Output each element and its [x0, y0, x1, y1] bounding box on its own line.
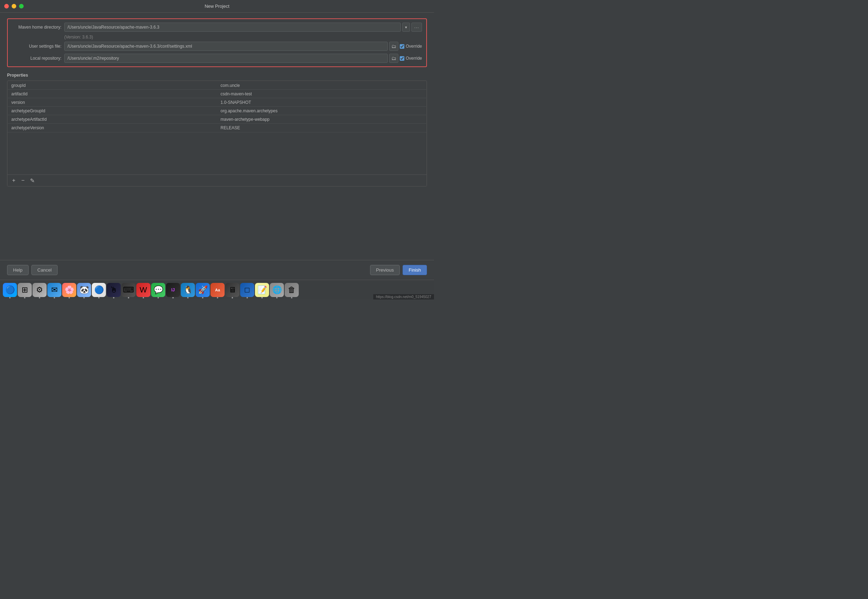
maven-home-label: Maven home directory: [12, 25, 62, 30]
bottom-bar: Help Cancel Previous Finish [0, 260, 434, 280]
properties-section: Properties groupId com.uncle artifactId … [7, 73, 427, 256]
user-settings-row: User settings file: 🗂 Override [12, 42, 422, 51]
table-row[interactable]: groupId com.uncle [8, 81, 427, 90]
minimize-button[interactable] [12, 4, 16, 9]
properties-table: groupId com.uncle artifactId csdn-maven-… [8, 81, 427, 132]
local-repo-override-label: Override [400, 56, 422, 61]
window-controls[interactable] [4, 4, 24, 9]
dock-browser[interactable]: 🌐 [270, 283, 284, 297]
dock-lark[interactable]: 🚀 [196, 283, 210, 297]
maven-home-input[interactable] [64, 23, 401, 32]
dock-terminal[interactable]: ⌨ [122, 283, 135, 297]
properties-empty-area [8, 132, 427, 175]
dock-mail[interactable]: ✉ [47, 283, 62, 297]
dock-app2[interactable]: 🖱 [107, 283, 121, 297]
bottom-left-buttons: Help Cancel [7, 265, 57, 275]
dock: 🔵 ⊞ ⚙ ✉ 🌸 🐼 🔵 🖱 ⌨ W 💬 IJ 🐧 🚀 Aa 🖥 □ 📝 🌐 … [0, 280, 434, 300]
prop-value: com.uncle [217, 81, 427, 90]
dock-vm[interactable]: □ [240, 283, 254, 297]
maximize-button[interactable] [19, 4, 24, 9]
dock-photos[interactable]: 🌸 [62, 283, 76, 297]
local-repo-label: Local repository: [12, 56, 62, 61]
prop-key: archetypeGroupId [8, 107, 217, 115]
table-row[interactable]: artifactId csdn-maven-test [8, 90, 427, 98]
maven-home-more-button[interactable]: ··· [411, 23, 422, 32]
maven-home-dropdown-button[interactable]: ▾ [402, 23, 410, 32]
dock-red-app[interactable]: W [136, 283, 150, 297]
properties-container: groupId com.uncle artifactId csdn-maven-… [7, 81, 427, 187]
table-row[interactable]: version 1.0-SNAPSHOT [8, 98, 427, 107]
dock-trash[interactable]: 🗑 [284, 283, 299, 297]
properties-title: Properties [7, 73, 427, 78]
table-row[interactable]: archetypeArtifactId maven-archetype-weba… [8, 115, 427, 123]
prop-value: org.apache.maven.archetypes [217, 107, 427, 115]
user-settings-override-checkbox[interactable] [400, 44, 404, 49]
dock-qq[interactable]: 🐧 [181, 283, 195, 297]
local-repo-override-checkbox[interactable] [400, 56, 404, 61]
cancel-button[interactable]: Cancel [32, 265, 57, 275]
dock-monitor[interactable]: 🖥 [225, 283, 239, 297]
dock-notes[interactable]: 📝 [255, 283, 269, 297]
dock-app1[interactable]: 🐼 [77, 283, 91, 297]
finish-button[interactable]: Finish [403, 265, 427, 275]
user-settings-override-text: Override [406, 44, 422, 49]
user-settings-input[interactable] [64, 42, 388, 51]
prop-key: archetypeVersion [8, 123, 217, 132]
local-repo-input[interactable] [64, 54, 388, 63]
prop-value: RELEASE [217, 123, 427, 132]
maven-home-row: Maven home directory: ▾ ··· [12, 23, 422, 32]
help-button[interactable]: Help [7, 265, 29, 275]
prop-value: 1.0-SNAPSHOT [217, 98, 427, 107]
prop-key: artifactId [8, 90, 217, 98]
maven-config-section: Maven home directory: ▾ ··· (Version: 3.… [7, 18, 427, 67]
table-row[interactable]: archetypeGroupId org.apache.maven.archet… [8, 107, 427, 115]
local-repo-folder-button[interactable]: 🗂 [389, 54, 398, 63]
prop-key: archetypeArtifactId [8, 115, 217, 123]
title-bar: New Project [0, 0, 434, 13]
dock-wechat[interactable]: 💬 [151, 283, 165, 297]
prop-key: groupId [8, 81, 217, 90]
dock-finder[interactable]: 🔵 [3, 283, 17, 297]
dialog-body: Maven home directory: ▾ ··· (Version: 3.… [0, 13, 434, 260]
local-repo-row: Local repository: 🗂 Override [12, 54, 422, 63]
maven-version-text: (Version: 3.6.3) [64, 35, 422, 39]
dock-idea[interactable]: IJ [166, 283, 180, 297]
table-row[interactable]: archetypeVersion RELEASE [8, 123, 427, 132]
window-title: New Project [205, 3, 229, 9]
prop-value: maven-archetype-webapp [217, 115, 427, 123]
user-settings-label: User settings file: [12, 44, 62, 49]
dock-launchpad[interactable]: ⊞ [18, 283, 32, 297]
edit-property-button[interactable]: ✎ [29, 177, 36, 184]
dock-settings[interactable]: ⚙ [33, 283, 47, 297]
user-settings-input-group: 🗂 Override [64, 42, 422, 51]
maven-home-input-group: ▾ ··· [64, 23, 422, 32]
prop-key: version [8, 98, 217, 107]
add-property-button[interactable]: + [10, 177, 17, 184]
dock-dict[interactable]: Aa [211, 283, 224, 297]
prop-value: csdn-maven-test [217, 90, 427, 98]
close-button[interactable] [4, 4, 9, 9]
remove-property-button[interactable]: − [20, 177, 27, 184]
dock-chrome[interactable]: 🔵 [92, 283, 106, 297]
user-settings-folder-button[interactable]: 🗂 [389, 42, 398, 51]
bottom-right-buttons: Previous Finish [370, 265, 427, 275]
local-repo-override-text: Override [406, 56, 422, 61]
previous-button[interactable]: Previous [370, 265, 400, 275]
local-repo-input-group: 🗂 Override [64, 54, 422, 63]
properties-toolbar: + − ✎ [8, 175, 427, 186]
user-settings-override-label: Override [400, 44, 422, 49]
dock-url-bar: https://blog.csdn.net/m0_51945027 [373, 294, 434, 300]
